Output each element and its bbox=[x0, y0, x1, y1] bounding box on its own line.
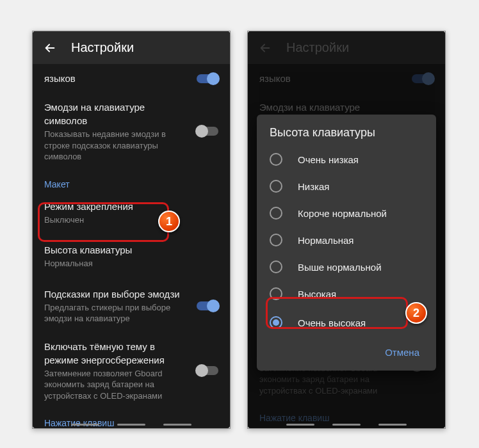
row-languages-tail[interactable]: языков bbox=[33, 64, 230, 93]
sub: Показывать недавние эмодзи в строке подс… bbox=[44, 129, 189, 163]
row-dark-theme-battery[interactable]: Включать тёмную тему в режиме энергосбер… bbox=[33, 332, 230, 410]
radio-icon bbox=[270, 207, 282, 220]
cancel-button[interactable]: Отмена bbox=[378, 342, 426, 363]
back-arrow-icon[interactable] bbox=[43, 41, 57, 55]
app-bar: Настройки bbox=[33, 31, 230, 64]
nav-gesture-bar bbox=[33, 424, 230, 426]
label: Включать тёмную тему в режиме энергосбер… bbox=[44, 340, 189, 367]
radio-icon bbox=[270, 287, 282, 300]
sub: Нормальная bbox=[44, 258, 218, 269]
radio-option-very-high[interactable]: Очень высокая bbox=[257, 307, 436, 338]
label: Режим закрепления bbox=[44, 200, 218, 213]
radio-icon bbox=[270, 153, 282, 166]
nav-gesture-bar bbox=[248, 424, 445, 426]
toggle[interactable] bbox=[197, 127, 218, 136]
radio-option-low[interactable]: Низкая bbox=[257, 173, 436, 200]
label: Высота клавиатуры bbox=[44, 243, 218, 257]
radio-icon bbox=[270, 260, 282, 273]
radio-option-normal[interactable]: Нормальная bbox=[257, 227, 436, 253]
radio-option-shorter[interactable]: Короче нормальной bbox=[257, 200, 436, 227]
row-emoji-on-symbols[interactable]: Эмодзи на клавиатуре символов Показывать… bbox=[33, 93, 230, 170]
row-emoji-suggestions[interactable]: Подсказки при выборе эмодзи Предлагать с… bbox=[33, 280, 230, 332]
label: Эмодзи на клавиатуре символов bbox=[44, 100, 189, 127]
dialog-title: Высота клавиатуры bbox=[257, 126, 436, 146]
radio-icon bbox=[270, 316, 282, 329]
radio-option-high[interactable]: Высокая bbox=[257, 280, 436, 307]
radio-icon bbox=[270, 180, 282, 193]
toggle[interactable] bbox=[197, 74, 218, 83]
radio-option-very-low[interactable]: Очень низкая bbox=[257, 146, 436, 173]
sub: Предлагать стикеры при выборе эмодзи на … bbox=[44, 302, 189, 324]
section-layout: Макет bbox=[33, 170, 230, 192]
page-title: Настройки bbox=[71, 40, 134, 55]
radio-option-taller[interactable]: Выше нормальной bbox=[257, 253, 436, 280]
toggle[interactable] bbox=[197, 301, 218, 310]
toggle[interactable] bbox=[197, 366, 218, 375]
sub: Затемнение позволяет Gboard экономить за… bbox=[44, 368, 189, 402]
label: Подсказки при выборе эмодзи bbox=[44, 287, 189, 301]
radio-icon bbox=[270, 234, 282, 246]
keyboard-height-dialog: Высота клавиатуры Очень низкая Низкая Ко… bbox=[257, 115, 436, 371]
row-keyboard-height[interactable]: Высота клавиатуры Нормальная bbox=[33, 233, 230, 280]
label: языков bbox=[44, 72, 189, 85]
row-pin-mode[interactable]: Режим закрепления Выключен bbox=[33, 192, 230, 234]
sub: Выключен bbox=[44, 214, 218, 226]
